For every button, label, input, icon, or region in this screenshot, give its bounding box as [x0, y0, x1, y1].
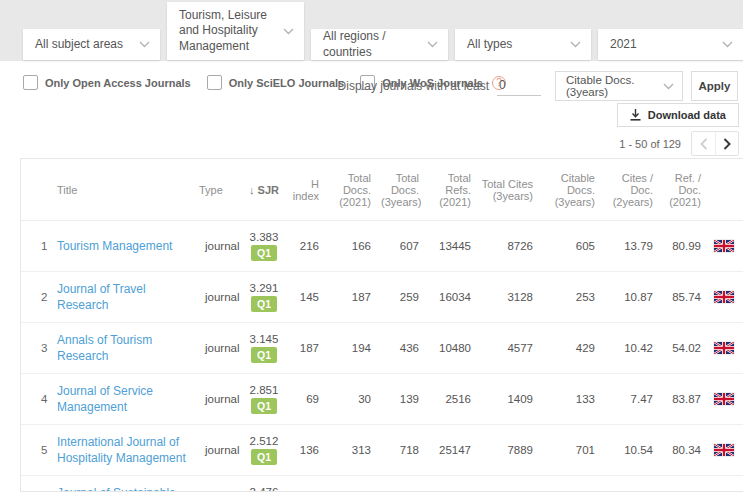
- journal-title-link[interactable]: Journal of Service Management: [57, 383, 187, 415]
- total-cites-3years-cell: 4632: [481, 476, 543, 492]
- h-index-cell: 69: [289, 374, 329, 425]
- checkbox-scielo[interactable]: Only SciELO Journals: [207, 75, 345, 90]
- total-docs-3years-cell: 436: [381, 323, 429, 374]
- quartile-badge: Q1: [251, 296, 277, 312]
- total-docs-3years-cell: 607: [381, 221, 429, 272]
- total-cites-3years-cell: 8726: [481, 221, 543, 272]
- column-header-cites_per_doc_2y[interactable]: Cites / Doc. (2years): [605, 159, 663, 221]
- checkbox-box[interactable]: [23, 75, 38, 90]
- year-dropdown[interactable]: 2021: [598, 29, 743, 60]
- min-docs-input[interactable]: [497, 76, 541, 96]
- total-docs-2021-cell: 313: [329, 425, 381, 476]
- journal-title-link[interactable]: International Journal of Hospitality Man…: [57, 434, 187, 466]
- rank-cell: 6: [21, 476, 55, 492]
- journal-title-cell: Annals of Tourism Research: [55, 323, 197, 374]
- refs-per-doc-2021-cell: 81.58: [663, 476, 711, 492]
- rank-cell: 2: [21, 272, 55, 323]
- journal-title-link[interactable]: Journal of Sustainable Tourism: [57, 485, 187, 492]
- apply-button[interactable]: Apply: [691, 71, 738, 101]
- cites-per-doc-2years-cell: 10.54: [605, 425, 663, 476]
- journal-title-link[interactable]: Journal of Travel Research: [57, 281, 187, 313]
- column-header-total_refs_2021[interactable]: Total Refs. (2021): [429, 159, 481, 221]
- journal-title-cell: Journal of Service Management: [55, 374, 197, 425]
- pagination-range: 1 - 50 of 129: [619, 138, 681, 150]
- pagination-buttons: [691, 131, 739, 156]
- refs-per-doc-2021-cell: 80.34: [663, 425, 711, 476]
- journal-title-cell: Journal of Sustainable Tourism: [55, 476, 197, 492]
- quartile-badge: Q1: [251, 347, 277, 363]
- download-data-button[interactable]: Download data: [617, 103, 739, 127]
- country-flag-uk-icon: [714, 342, 734, 354]
- column-header-citable_docs_3y[interactable]: Citable Docs. (3years): [543, 159, 605, 221]
- country-flag-uk-icon: [714, 444, 734, 456]
- checkbox-label: Only SciELO Journals: [229, 77, 345, 89]
- total-docs-2021-cell: 166: [329, 221, 381, 272]
- checkbox-open-access[interactable]: Only Open Access Journals: [23, 75, 191, 90]
- citable-docs-3years-cell: 426: [543, 476, 605, 492]
- total-docs-2021-cell: 187: [329, 272, 381, 323]
- total-cites-3years-cell: 7889: [481, 425, 543, 476]
- cites-per-doc-2years-cell: 10.83: [605, 476, 663, 492]
- sjr-value: 3.383: [243, 231, 285, 243]
- chevron-down-icon: [427, 41, 438, 48]
- column-header-total_docs_2021[interactable]: Total Docs. (2021): [329, 159, 381, 221]
- type-cell: journal: [197, 476, 243, 492]
- country-flag-cell: [711, 272, 743, 323]
- country-flag-cell: [711, 323, 743, 374]
- country-flag-cell: [711, 374, 743, 425]
- journal-title-link[interactable]: Tourism Management: [57, 238, 172, 254]
- column-header-refs_per_doc_2021[interactable]: Ref. / Doc. (2021): [663, 159, 711, 221]
- subject-category-dropdown-value: Tourism, Leisure and Hospitality Managem…: [179, 8, 277, 55]
- country-flag-cell: [711, 476, 743, 492]
- total-refs-2021-cell: 25147: [429, 425, 481, 476]
- subject-area-dropdown-value: All subject areas: [35, 37, 133, 53]
- type-dropdown[interactable]: All types: [455, 29, 591, 60]
- cites-per-doc-2years-cell: 13.79: [605, 221, 663, 272]
- country-flag-cell: [711, 221, 743, 272]
- subject-category-dropdown[interactable]: Tourism, Leisure and Hospitality Managem…: [167, 2, 304, 60]
- total-cites-3years-cell: 3128: [481, 272, 543, 323]
- checkbox-box[interactable]: [207, 75, 222, 90]
- journal-title-cell: International Journal of Hospitality Man…: [55, 425, 197, 476]
- column-header-sjr[interactable]: ↓ SJR: [243, 159, 289, 221]
- total-cites-3years-cell: 4577: [481, 323, 543, 374]
- metric-dropdown[interactable]: Citable Docs. (3years): [555, 71, 683, 101]
- download-icon: [630, 109, 641, 121]
- citable-docs-3years-cell: 605: [543, 221, 605, 272]
- column-header-title[interactable]: Title: [55, 159, 197, 221]
- cites-per-doc-2years-cell: 7.47: [605, 374, 663, 425]
- total-refs-2021-cell: 13445: [429, 221, 481, 272]
- chevron-down-icon: [570, 41, 581, 48]
- citable-docs-3years-cell: 701: [543, 425, 605, 476]
- next-page-button[interactable]: [715, 132, 738, 155]
- country-flag-uk-icon: [714, 291, 734, 303]
- refs-per-doc-2021-cell: 54.02: [663, 323, 711, 374]
- total-docs-3years-cell: 259: [381, 272, 429, 323]
- filter-bar: All subject areas Tourism, Leisure and H…: [0, 0, 743, 61]
- column-header-total_cites_3y[interactable]: Total Cites (3years): [481, 159, 543, 221]
- country-flag-uk-icon: [714, 240, 734, 252]
- h-index-cell: 114: [289, 476, 329, 492]
- h-index-cell: 216: [289, 221, 329, 272]
- type-dropdown-value: All types: [467, 37, 564, 53]
- previous-page-button[interactable]: [692, 132, 715, 155]
- total-cites-3years-cell: 1409: [481, 374, 543, 425]
- citable-docs-3years-cell: 253: [543, 272, 605, 323]
- column-header-type[interactable]: Type: [197, 159, 243, 221]
- chevron-right-icon: [723, 138, 731, 150]
- pagination: 1 - 50 of 129: [619, 131, 739, 156]
- journal-title-link[interactable]: Annals of Tourism Research: [57, 332, 187, 364]
- sjr-value: 2.476: [243, 486, 285, 492]
- checkbox-label: Only Open Access Journals: [45, 77, 191, 89]
- total-docs-2021-cell: 194: [329, 323, 381, 374]
- quartile-badge: Q1: [251, 245, 277, 261]
- rank-cell: 5: [21, 425, 55, 476]
- column-header-total_docs_3y[interactable]: Total Docs. (3years): [381, 159, 429, 221]
- subject-area-dropdown[interactable]: All subject areas: [23, 29, 160, 60]
- chevron-down-icon: [283, 28, 294, 35]
- column-header-h_index[interactable]: H index: [289, 159, 329, 221]
- region-dropdown[interactable]: All regions / countries: [311, 29, 448, 60]
- table-row: 6 Journal of Sustainable Tourism journal…: [21, 476, 743, 492]
- journal-title-cell: Journal of Travel Research: [55, 272, 197, 323]
- cites-per-doc-2years-cell: 10.87: [605, 272, 663, 323]
